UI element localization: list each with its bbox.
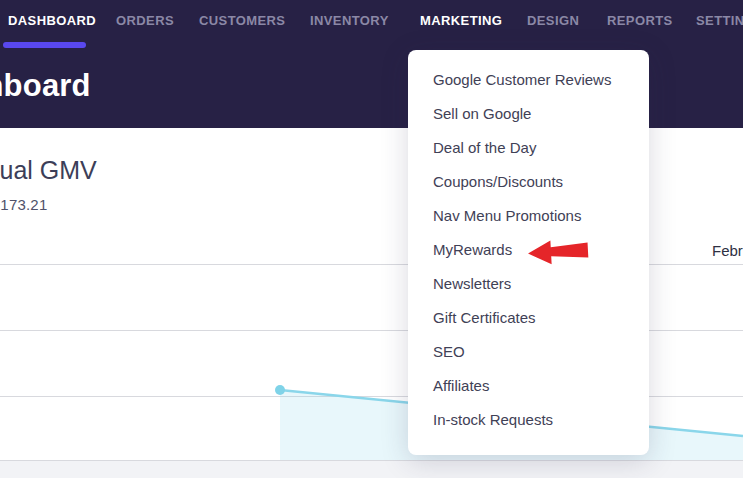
chart-month-label: February: [712, 242, 743, 259]
menu-item-gift-certificates[interactable]: Gift Certificates: [408, 301, 649, 335]
admin-dashboard-screen: DASHBOARD ORDERS CUSTOMERS INVENTORY MAR…: [0, 0, 743, 478]
menu-item-sell-on-google[interactable]: Sell on Google: [408, 97, 649, 131]
page-title: Dashboard: [0, 68, 91, 104]
menu-item-newsletters[interactable]: Newsletters: [408, 267, 649, 301]
nav-item-inventory[interactable]: INVENTORY: [310, 13, 389, 28]
nav-item-orders[interactable]: ORDERS: [116, 13, 174, 28]
nav-item-customers[interactable]: CUSTOMERS: [199, 13, 285, 28]
active-tab-underline: [3, 42, 86, 48]
nav-item-marketing[interactable]: MARKETING: [420, 13, 502, 28]
chart-point: [275, 385, 285, 395]
nav-item-design[interactable]: DESIGN: [527, 13, 579, 28]
chart-bottom-band: [0, 461, 743, 478]
nav-item-dashboard[interactable]: DASHBOARD: [8, 13, 96, 28]
menu-item-seo[interactable]: SEO: [408, 335, 649, 369]
menu-item-in-stock-requests[interactable]: In-stock Requests: [408, 403, 649, 437]
menu-item-nav-menu-promotions[interactable]: Nav Menu Promotions: [408, 199, 649, 233]
menu-item-google-customer-reviews[interactable]: Google Customer Reviews: [408, 63, 649, 97]
metric-value: ,173.21: [0, 196, 47, 213]
annotation-arrow-icon: [526, 236, 589, 267]
menu-item-affiliates[interactable]: Affiliates: [408, 369, 649, 403]
menu-item-deal-of-the-day[interactable]: Deal of the Day: [408, 131, 649, 165]
menu-item-coupons-discounts[interactable]: Coupons/Discounts: [408, 165, 649, 199]
nav-item-reports[interactable]: REPORTS: [607, 13, 673, 28]
metric-title: Annual GMV: [0, 156, 97, 185]
nav-item-settings[interactable]: SETTINGS: [696, 13, 743, 28]
